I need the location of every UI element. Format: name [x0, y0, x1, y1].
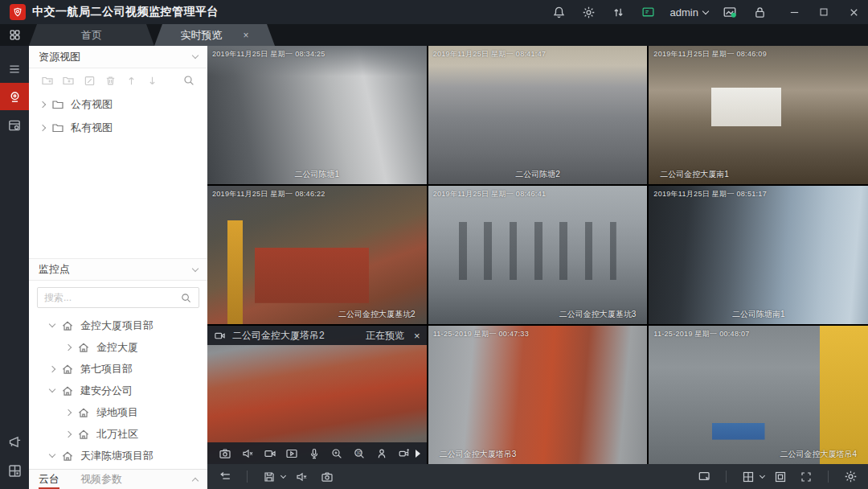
fullscreen-icon[interactable]	[796, 467, 816, 487]
settings-gear-icon[interactable]	[841, 467, 860, 487]
camera-timestamp: 2019年11月25日 星期一 08:34:25	[212, 49, 326, 60]
move-down-icon[interactable]	[141, 72, 162, 89]
camera-tile-7-selected[interactable]: 二公司金控大厦塔吊2 正在预览 ×	[207, 326, 427, 464]
home-icon	[77, 428, 90, 441]
tab-live-preview[interactable]: 实时预览 ×	[154, 24, 275, 46]
chevron-right-icon[interactable]	[49, 365, 55, 372]
camera-tile-3[interactable]: 2019年11月25日 星期一 08:46:09 二公司金控大厦南1	[649, 46, 868, 184]
screenshot-status-icon[interactable]	[722, 4, 738, 20]
tree-item-site[interactable]: 金控大厦	[29, 336, 207, 358]
add-view-icon[interactable]	[58, 72, 79, 89]
camera-tile-5[interactable]: 2019年11月25日 星期一 08:46:41 二公司金控大厦基坑3	[428, 186, 648, 324]
more-tools-icon[interactable]	[416, 450, 420, 458]
tab-close-icon[interactable]: ×	[243, 31, 248, 40]
live-view-icon[interactable]	[0, 83, 29, 110]
camera-tile-6[interactable]: 2019年11月25日 星期一 08:51:17 二公司陈塘南1	[649, 186, 868, 324]
user-name: admin	[670, 6, 698, 18]
chevron-down-icon	[192, 265, 199, 271]
menu-icon[interactable]	[0, 55, 29, 83]
close-button[interactable]	[845, 4, 862, 20]
camera-label: 二公司陈塘1	[207, 169, 427, 180]
user-menu[interactable]: admin	[670, 6, 708, 18]
camera-timestamp: 11-25-2019 星期一 00:47:33	[433, 329, 529, 339]
folder-icon	[51, 121, 64, 134]
single-screen-icon[interactable]	[771, 467, 790, 487]
camera-timestamp: 2019年11月25日 星期一 08:46:09	[653, 49, 767, 60]
snapshot-icon[interactable]	[214, 444, 236, 463]
broadcast-horn-icon[interactable]	[0, 428, 29, 455]
home-icon	[77, 406, 90, 419]
zoom-3d-icon[interactable]	[348, 444, 371, 463]
camera-toolbar	[207, 442, 427, 464]
camera-label: 二公司金控大厦基坑2	[207, 309, 427, 320]
camera-tile-4[interactable]: 2019年11月25日 星期一 08:46:22 二公司金控大厦基坑2	[207, 186, 427, 324]
tab-home[interactable]: 首页	[29, 24, 154, 46]
lock-icon[interactable]	[751, 4, 768, 20]
chevron-right-icon[interactable]	[39, 124, 46, 130]
layout-grid-button[interactable]	[739, 467, 764, 487]
camera-tile-1[interactable]: 2019年11月25日 星期一 08:34:25 二公司陈塘1	[207, 46, 427, 184]
tv-wall-icon[interactable]	[641, 4, 657, 20]
close-camera-icon[interactable]: ×	[414, 331, 420, 341]
resource-layout-icon[interactable]	[0, 112, 29, 139]
talk-mic-icon[interactable]	[303, 444, 326, 463]
tree-item-public-views[interactable]: 公有视图	[29, 92, 207, 116]
tree-item-site[interactable]: 北万社区	[29, 423, 207, 445]
chevron-right-icon[interactable]	[65, 430, 72, 437]
stream-sort-icon[interactable]	[611, 4, 627, 20]
digital-zoom-icon[interactable]	[326, 444, 348, 463]
delete-icon[interactable]	[100, 72, 121, 89]
search-icon[interactable]	[180, 292, 192, 304]
tree-item-private-views[interactable]: 私有视图	[29, 116, 207, 139]
settings-gear-icon[interactable]	[581, 4, 597, 20]
mute-all-icon[interactable]	[292, 467, 311, 487]
tree-item-site[interactable]: 建安分公司	[29, 380, 207, 401]
camera-label: 二公司金控大厦南1	[649, 169, 868, 180]
tree-item-label: 第七项目部	[80, 362, 133, 376]
chevron-down-icon[interactable]	[49, 386, 55, 392]
select-window-icon[interactable]	[694, 467, 714, 487]
chevron-down-icon[interactable]	[49, 451, 55, 458]
chevron-right-icon[interactable]	[65, 343, 72, 350]
tab-ptz[interactable]: 云台	[39, 470, 59, 489]
preset-icon[interactable]	[371, 444, 393, 463]
resource-view-title: 资源视图	[39, 50, 80, 64]
collapse-panel-icon[interactable]	[192, 477, 199, 483]
side-icon-strip	[0, 46, 29, 489]
bell-icon[interactable]	[551, 4, 567, 20]
add-group-icon[interactable]	[37, 72, 58, 89]
search-icon[interactable]	[178, 72, 199, 89]
stream-toggle-icon[interactable]	[215, 467, 235, 487]
minimize-button[interactable]	[786, 4, 802, 20]
chevron-down-icon[interactable]	[49, 321, 55, 327]
tree-item-site[interactable]: 绿地项目	[29, 401, 207, 423]
snapshot-all-icon[interactable]	[317, 467, 337, 487]
resource-view-header[interactable]: 资源视图	[29, 46, 207, 68]
monitor-points-header[interactable]: 监控点	[29, 258, 207, 281]
chevron-right-icon[interactable]	[39, 101, 46, 107]
playback-icon[interactable]	[281, 444, 304, 463]
save-view-button[interactable]	[260, 467, 285, 487]
maximize-button[interactable]	[816, 4, 832, 20]
monitor-tree: 金控大厦项目部 金控大厦 第七项目部 建安分公司 绿地项目	[29, 314, 207, 469]
ptz-control-icon[interactable]	[393, 444, 416, 463]
camera-timestamp: 2019年11月25日 星期一 08:46:22	[212, 189, 326, 199]
edit-icon[interactable]	[79, 72, 100, 89]
apps-grid-icon[interactable]	[0, 24, 29, 46]
matrix-grid-icon[interactable]	[0, 457, 29, 484]
resource-toolbar	[29, 68, 207, 92]
camera-tile-2[interactable]: 2019年11月25日 星期一 08:41:47 二公司陈塘2	[428, 46, 648, 184]
move-up-icon[interactable]	[121, 72, 141, 89]
chevron-right-icon[interactable]	[65, 409, 72, 415]
chevron-down-icon	[702, 7, 709, 14]
camera-tile-9[interactable]: 11-25-2019 星期一 00:48:07 二公司金控大厦塔吊4	[649, 326, 868, 464]
record-icon[interactable]	[259, 444, 281, 463]
tab-video-params[interactable]: 视频参数	[80, 470, 122, 489]
tree-item-label: 公有视图	[71, 97, 113, 112]
camera-tile-8[interactable]: 11-25-2019 星期一 00:47:33 二公司金控大厦塔吊3	[428, 326, 648, 464]
tree-item-site[interactable]: 天津陈塘项目部	[29, 445, 207, 466]
search-input[interactable]	[44, 292, 180, 303]
tree-item-site[interactable]: 金控大厦项目部	[29, 314, 207, 336]
tree-item-site[interactable]: 第七项目部	[29, 358, 207, 380]
mute-icon[interactable]	[236, 444, 259, 463]
